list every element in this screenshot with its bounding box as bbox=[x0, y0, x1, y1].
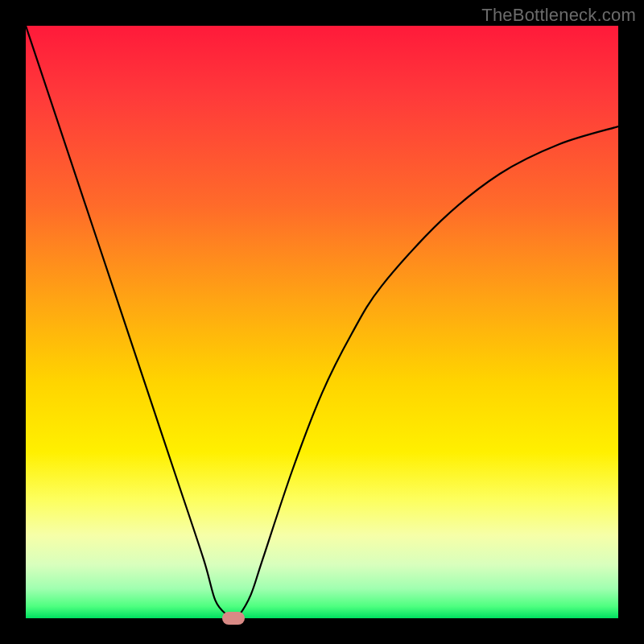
plot-area bbox=[26, 26, 618, 618]
attribution-text: TheBottleneck.com bbox=[481, 5, 636, 26]
optimal-marker bbox=[222, 612, 245, 625]
bottleneck-curve bbox=[26, 26, 618, 618]
